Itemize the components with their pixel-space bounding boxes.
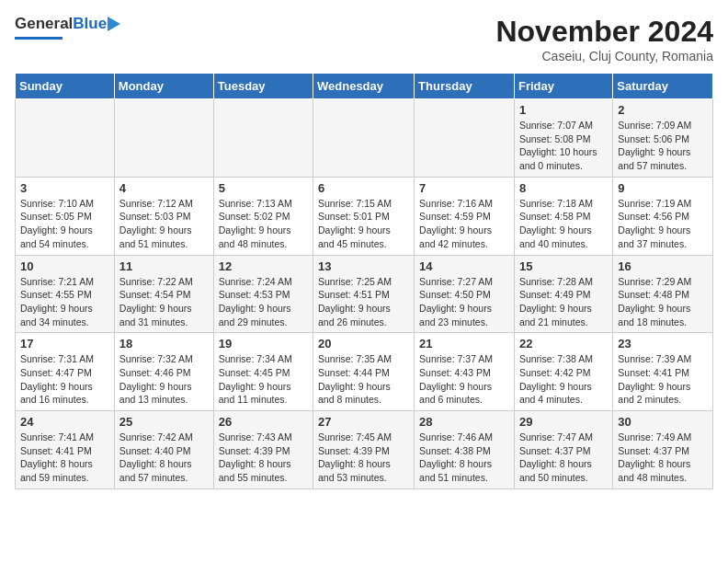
day-number: 15 <box>519 259 608 273</box>
day-info: Sunrise: 7:46 AM Sunset: 4:38 PM Dayligh… <box>419 431 509 485</box>
day-number: 12 <box>219 259 308 273</box>
day-info: Sunrise: 7:07 AM Sunset: 5:08 PM Dayligh… <box>519 119 608 173</box>
calendar-cell: 8Sunrise: 7:18 AM Sunset: 4:58 PM Daylig… <box>514 177 612 255</box>
day-info: Sunrise: 7:31 AM Sunset: 4:47 PM Dayligh… <box>20 352 109 407</box>
day-info: Sunrise: 7:12 AM Sunset: 5:03 PM Dayligh… <box>119 197 209 251</box>
calendar-cell: 11Sunrise: 7:22 AM Sunset: 4:54 PM Dayli… <box>114 255 213 333</box>
day-number: 24 <box>20 415 109 429</box>
calendar-cell: 20Sunrise: 7:35 AM Sunset: 4:44 PM Dayli… <box>313 333 415 411</box>
day-info: Sunrise: 7:29 AM Sunset: 4:48 PM Dayligh… <box>618 275 708 329</box>
day-info: Sunrise: 7:28 AM Sunset: 4:49 PM Dayligh… <box>519 275 608 329</box>
day-number: 19 <box>219 337 308 350</box>
calendar-cell <box>213 99 313 178</box>
calendar-week-1: 1Sunrise: 7:07 AM Sunset: 5:08 PM Daylig… <box>16 99 713 178</box>
day-info: Sunrise: 7:42 AM Sunset: 4:40 PM Dayligh… <box>119 431 209 485</box>
day-info: Sunrise: 7:32 AM Sunset: 4:46 PM Dayligh… <box>119 352 209 407</box>
day-number: 6 <box>318 181 409 195</box>
day-number: 8 <box>519 181 608 195</box>
calendar-header-saturday: Saturday <box>613 74 713 99</box>
day-number: 23 <box>618 337 708 350</box>
calendar-cell: 26Sunrise: 7:43 AM Sunset: 4:39 PM Dayli… <box>213 411 313 489</box>
calendar-cell <box>313 99 415 178</box>
calendar-cell <box>114 99 213 178</box>
day-number: 3 <box>20 181 109 195</box>
calendar-cell: 29Sunrise: 7:47 AM Sunset: 4:37 PM Dayli… <box>514 411 612 489</box>
logo-blue: Blue <box>73 15 107 33</box>
calendar-week-5: 24Sunrise: 7:41 AM Sunset: 4:41 PM Dayli… <box>16 411 713 489</box>
day-number: 30 <box>618 415 708 429</box>
calendar-week-3: 10Sunrise: 7:21 AM Sunset: 4:55 PM Dayli… <box>16 255 713 333</box>
day-number: 18 <box>119 337 209 350</box>
day-info: Sunrise: 7:35 AM Sunset: 4:44 PM Dayligh… <box>318 352 409 407</box>
day-number: 10 <box>20 259 109 273</box>
calendar-cell: 10Sunrise: 7:21 AM Sunset: 4:55 PM Dayli… <box>16 255 115 333</box>
day-info: Sunrise: 7:19 AM Sunset: 4:56 PM Dayligh… <box>618 197 708 251</box>
calendar-cell: 25Sunrise: 7:42 AM Sunset: 4:40 PM Dayli… <box>114 411 213 489</box>
logo-arrow-icon <box>108 17 120 31</box>
day-info: Sunrise: 7:34 AM Sunset: 4:45 PM Dayligh… <box>219 352 308 407</box>
calendar-cell: 12Sunrise: 7:24 AM Sunset: 4:53 PM Dayli… <box>213 255 313 333</box>
calendar-cell: 4Sunrise: 7:12 AM Sunset: 5:03 PM Daylig… <box>114 177 213 255</box>
logo-underline <box>15 37 63 40</box>
calendar-header-row: SundayMondayTuesdayWednesdayThursdayFrid… <box>16 74 713 99</box>
calendar-week-4: 17Sunrise: 7:31 AM Sunset: 4:47 PM Dayli… <box>16 333 713 411</box>
calendar-cell: 13Sunrise: 7:25 AM Sunset: 4:51 PM Dayli… <box>313 255 415 333</box>
calendar-cell: 27Sunrise: 7:45 AM Sunset: 4:39 PM Dayli… <box>313 411 415 489</box>
day-number: 20 <box>318 337 409 350</box>
calendar-header-friday: Friday <box>514 74 612 99</box>
day-info: Sunrise: 7:45 AM Sunset: 4:39 PM Dayligh… <box>318 431 409 485</box>
day-info: Sunrise: 7:18 AM Sunset: 4:58 PM Dayligh… <box>519 197 608 251</box>
calendar-cell: 28Sunrise: 7:46 AM Sunset: 4:38 PM Dayli… <box>415 411 515 489</box>
calendar-cell: 9Sunrise: 7:19 AM Sunset: 4:56 PM Daylig… <box>613 177 713 255</box>
calendar-cell: 30Sunrise: 7:49 AM Sunset: 4:37 PM Dayli… <box>613 411 713 489</box>
calendar-week-2: 3Sunrise: 7:10 AM Sunset: 5:05 PM Daylig… <box>16 177 713 255</box>
day-info: Sunrise: 7:27 AM Sunset: 4:50 PM Dayligh… <box>419 275 509 329</box>
day-number: 1 <box>519 103 608 117</box>
day-info: Sunrise: 7:24 AM Sunset: 4:53 PM Dayligh… <box>219 275 308 329</box>
day-info: Sunrise: 7:09 AM Sunset: 5:06 PM Dayligh… <box>618 119 708 173</box>
day-number: 27 <box>318 415 409 429</box>
calendar-cell: 19Sunrise: 7:34 AM Sunset: 4:45 PM Dayli… <box>213 333 313 411</box>
day-info: Sunrise: 7:16 AM Sunset: 4:59 PM Dayligh… <box>419 197 509 251</box>
day-info: Sunrise: 7:10 AM Sunset: 5:05 PM Dayligh… <box>20 197 109 251</box>
calendar-cell: 1Sunrise: 7:07 AM Sunset: 5:08 PM Daylig… <box>514 99 612 178</box>
calendar-cell: 24Sunrise: 7:41 AM Sunset: 4:41 PM Dayli… <box>16 411 115 489</box>
calendar-cell: 16Sunrise: 7:29 AM Sunset: 4:48 PM Dayli… <box>613 255 713 333</box>
calendar-cell: 23Sunrise: 7:39 AM Sunset: 4:41 PM Dayli… <box>613 333 713 411</box>
day-number: 22 <box>519 337 608 350</box>
calendar-header-tuesday: Tuesday <box>213 74 313 99</box>
calendar-header-monday: Monday <box>114 74 213 99</box>
day-info: Sunrise: 7:22 AM Sunset: 4:54 PM Dayligh… <box>119 275 209 329</box>
calendar-cell: 14Sunrise: 7:27 AM Sunset: 4:50 PM Dayli… <box>415 255 515 333</box>
title-area: November 2024 Caseiu, Cluj County, Roman… <box>495 15 713 63</box>
calendar-table: SundayMondayTuesdayWednesdayThursdayFrid… <box>15 73 713 489</box>
day-number: 2 <box>618 103 708 117</box>
day-info: Sunrise: 7:39 AM Sunset: 4:41 PM Dayligh… <box>618 352 708 407</box>
page-title: November 2024 <box>495 15 713 49</box>
day-number: 29 <box>519 415 608 429</box>
day-info: Sunrise: 7:38 AM Sunset: 4:42 PM Dayligh… <box>519 352 608 407</box>
calendar-cell: 6Sunrise: 7:15 AM Sunset: 5:01 PM Daylig… <box>313 177 415 255</box>
calendar-cell: 2Sunrise: 7:09 AM Sunset: 5:06 PM Daylig… <box>613 99 713 178</box>
day-number: 14 <box>419 259 509 273</box>
day-number: 28 <box>419 415 509 429</box>
calendar-cell <box>415 99 515 178</box>
day-number: 4 <box>119 181 209 195</box>
calendar-cell: 7Sunrise: 7:16 AM Sunset: 4:59 PM Daylig… <box>415 177 515 255</box>
day-number: 7 <box>419 181 509 195</box>
calendar-header-sunday: Sunday <box>16 74 115 99</box>
day-number: 25 <box>119 415 209 429</box>
day-number: 5 <box>219 181 308 195</box>
day-number: 13 <box>318 259 409 273</box>
day-info: Sunrise: 7:41 AM Sunset: 4:41 PM Dayligh… <box>20 431 109 485</box>
page-subtitle: Caseiu, Cluj County, Romania <box>495 49 713 63</box>
day-info: Sunrise: 7:49 AM Sunset: 4:37 PM Dayligh… <box>618 431 708 485</box>
header: General Blue November 2024 Caseiu, Cluj … <box>15 15 713 63</box>
logo-general: General <box>15 15 73 33</box>
calendar-cell: 5Sunrise: 7:13 AM Sunset: 5:02 PM Daylig… <box>213 177 313 255</box>
day-info: Sunrise: 7:13 AM Sunset: 5:02 PM Dayligh… <box>219 197 308 251</box>
logo: General Blue <box>15 15 120 40</box>
day-info: Sunrise: 7:15 AM Sunset: 5:01 PM Dayligh… <box>318 197 409 251</box>
day-info: Sunrise: 7:25 AM Sunset: 4:51 PM Dayligh… <box>318 275 409 329</box>
calendar-cell: 17Sunrise: 7:31 AM Sunset: 4:47 PM Dayli… <box>16 333 115 411</box>
